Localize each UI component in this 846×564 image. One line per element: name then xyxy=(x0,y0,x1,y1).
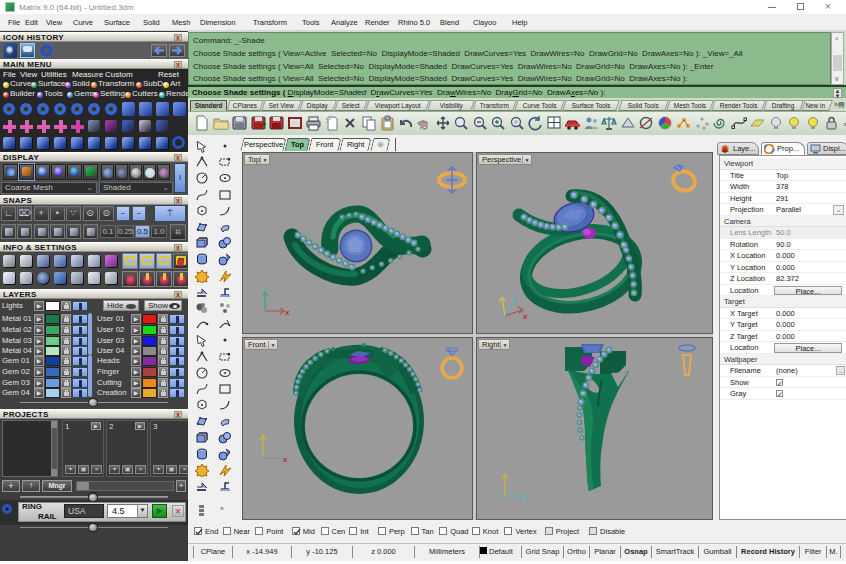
svg-text:y: y xyxy=(513,294,517,303)
svg-text:y: y xyxy=(262,283,266,292)
svg-text:x: x xyxy=(523,312,528,321)
svg-text:x: x xyxy=(285,308,290,317)
svg-text:y: y xyxy=(525,493,529,502)
svg-text:x: x xyxy=(283,455,288,464)
